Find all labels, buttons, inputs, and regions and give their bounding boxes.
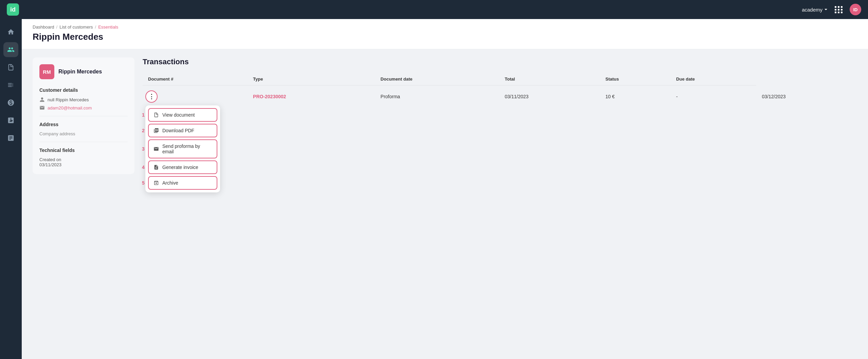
transactions-panel: Transactions Document # Type Document da… [143,57,857,174]
breadcrumb-current: Essentials [98,24,118,30]
breadcrumb-list[interactable]: List of customers [59,24,93,30]
dropdown-item-label: View document [162,112,195,118]
sidebar-item-money[interactable] [3,95,18,110]
customer-details-title: Customer details [39,87,128,93]
action-cell: ⋮1View document2Download PDF3Send profor… [143,85,248,108]
breadcrumb-sep-2: / [95,24,96,30]
sep-1 [39,116,128,116]
col-type: Type [248,73,375,85]
dropdown-item-archive-icon[interactable]: 5Archive [148,176,217,190]
two-col-layout: RM Rippin Mercedes Customer details null… [33,57,857,174]
col-total: Total [499,73,600,85]
email-icon [39,105,45,110]
breadcrumb-sep-1: / [56,24,58,30]
dropdown-item-label: Send proforma by email [162,143,212,154]
cell-doc-date: 03/11/2023 [499,85,600,108]
topnav: id academy ID [0,0,868,19]
user-avatar[interactable]: ID [850,4,861,15]
action-btn-wrap: ⋮1View document2Download PDF3Send profor… [145,90,158,103]
table-header-row: Document # Type Document date Total Stat… [143,73,857,85]
item-number: 4 [142,165,145,170]
sep-2 [39,142,128,142]
invoice-icon [153,165,159,170]
col-doc-num: Document # [143,73,248,85]
dropdown-item-label: Generate invoice [162,165,198,170]
created-date: 03/11/2023 [39,162,128,167]
table-row: ⋮1View document2Download PDF3Send profor… [143,85,857,108]
item-number: 1 [142,112,145,118]
sidebar-item-documents[interactable] [3,60,18,75]
item-number: 3 [142,146,145,152]
row-action-button[interactable]: ⋮ [145,90,158,103]
sidebar-item-home[interactable] [3,24,18,39]
page-title: Rippin Mercedes [33,32,857,42]
dropdown-item-label: Download PDF [162,128,194,133]
pdf-icon [153,128,159,133]
breadcrumb: Dashboard / List of customers / Essentia… [33,24,857,30]
workspace-selector[interactable]: academy [802,7,828,13]
customer-panel: RM Rippin Mercedes Customer details null… [33,57,134,174]
item-number: 5 [142,180,145,186]
person-icon [39,97,45,102]
col-due-date: Due date [671,73,756,85]
breadcrumb-home[interactable]: Dashboard [33,24,54,30]
dropdown-item-email-icon[interactable]: 3Send proforma by email [148,139,217,158]
cell-due-date: 03/12/2023 [756,85,857,108]
chevron-down-icon [824,7,828,12]
cell-type: Proforma [375,85,500,108]
customer-full-name: null Rippin Mercedes [48,97,89,102]
col-status: Status [600,73,671,85]
col-doc-date: Document date [375,73,500,85]
address-label: Company address [39,131,128,136]
customer-avatar: RM [39,64,54,79]
sidebar-item-notes[interactable] [3,78,18,92]
logo[interactable]: id [7,3,19,16]
customer-email-link[interactable]: adam20@hotmail.com [48,105,92,110]
action-dropdown-menu: 1View document2Download PDF3Send proform… [145,105,220,192]
customer-header: RM Rippin Mercedes [39,64,128,79]
doc-link[interactable]: PRO-20230002 [253,94,286,99]
sidebar-item-reports[interactable] [3,131,18,146]
customer-email-row: adam20@hotmail.com [39,105,128,110]
main-content: Dashboard / List of customers / Essentia… [22,19,868,359]
created-label: Created on [39,157,128,162]
technical-title: Technical fields [39,148,128,153]
transactions-title: Transactions [143,57,857,66]
topnav-right: academy ID [802,4,861,15]
customer-full-name-row: null Rippin Mercedes [39,97,128,102]
dropdown-item-invoice-icon[interactable]: 4Generate invoice [148,160,217,174]
cell-total: 10 € [600,85,671,108]
customer-name: Rippin Mercedes [58,69,102,75]
cell-doc-num: PRO-20230002 [248,85,375,108]
document-icon [153,112,159,118]
address-title: Address [39,122,128,127]
sidebar-item-customers[interactable] [3,42,18,57]
dropdown-item-label: Archive [162,180,178,186]
apps-grid-icon[interactable] [835,6,843,13]
page-header: Dashboard / List of customers / Essentia… [22,19,868,49]
content-area: RM Rippin Mercedes Customer details null… [22,49,868,182]
dropdown-item-document-icon[interactable]: 1View document [148,108,217,122]
email-icon [153,146,159,152]
sidebar [0,19,22,359]
transactions-table: Document # Type Document date Total Stat… [143,73,857,108]
sidebar-item-percent[interactable] [3,113,18,128]
cell-status: - [671,85,756,108]
dropdown-item-pdf-icon[interactable]: 2Download PDF [148,124,217,137]
item-number: 2 [142,128,145,133]
archive-icon [153,180,159,186]
